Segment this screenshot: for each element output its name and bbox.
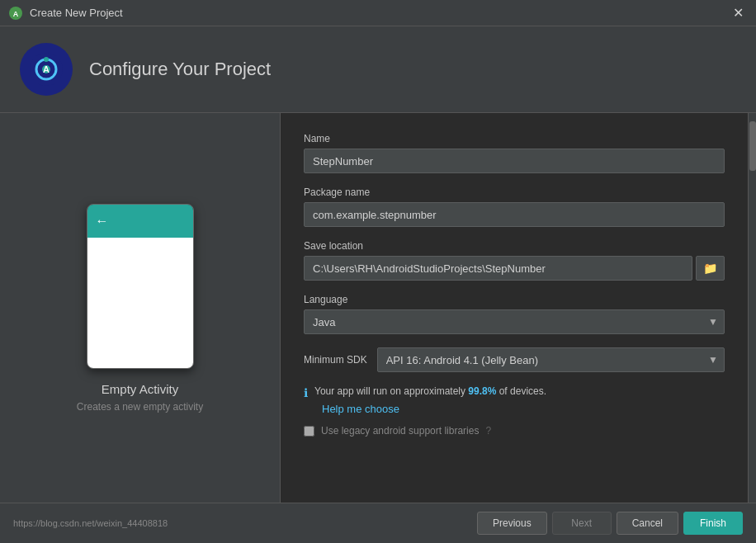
info-prefix: Your app will run on approximately (314, 385, 468, 397)
package-input[interactable] (304, 202, 725, 227)
left-panel: ← Empty Activity Creates a new empty act… (0, 113, 281, 503)
sdk-row: Minimum SDK API 16: Android 4.1 (Jelly B… (304, 347, 725, 372)
folder-icon: 📁 (703, 262, 717, 275)
title-bar-text: Create New Project (30, 7, 123, 19)
finish-button[interactable]: Finish (683, 512, 743, 535)
language-label: Language (304, 294, 725, 305)
language-select[interactable]: Java Kotlin (304, 309, 725, 334)
help-me-choose-link[interactable]: Help me choose (322, 403, 399, 415)
browse-folder-button[interactable]: 📁 (696, 256, 725, 281)
svg-text:A: A (43, 64, 50, 74)
dialog-body: ← Empty Activity Creates a new empty act… (0, 113, 756, 503)
dialog-header: A Configure Your Project (0, 26, 756, 113)
svg-text:A: A (13, 10, 19, 18)
phone-top-bar: ← (87, 205, 193, 238)
info-suffix: of devices. (496, 385, 546, 397)
language-group: Language Java Kotlin ▼ (304, 294, 725, 334)
info-icon: ℹ (304, 386, 308, 399)
cancel-button[interactable]: Cancel (617, 512, 678, 535)
dialog-content: A Configure Your Project ← Empty Activit… (0, 26, 756, 543)
phone-screen (87, 238, 193, 369)
dialog-footer: https://blog.csdn.net/weixin_44408818 Pr… (0, 503, 756, 543)
package-group: Package name (304, 187, 725, 227)
legacy-support-checkbox[interactable] (304, 426, 314, 437)
info-percentage: 99.8% (468, 385, 496, 397)
svg-point-5 (44, 57, 49, 62)
location-label: Save location (304, 240, 725, 252)
sdk-select-wrapper: API 16: Android 4.1 (Jelly Bean) API 21:… (377, 347, 725, 372)
title-bar: A Create New Project ✕ (0, 0, 756, 26)
name-input[interactable] (304, 149, 725, 173)
previous-button[interactable]: Previous (477, 512, 547, 535)
android-studio-icon: A (8, 6, 23, 21)
phone-preview: ← (87, 204, 194, 369)
sdk-info-text: Your app will run on approximately 99.8%… (314, 385, 546, 397)
location-input[interactable] (304, 256, 692, 281)
legacy-support-row: Use legacy android support libraries ? (304, 425, 725, 437)
close-button[interactable]: ✕ (728, 3, 748, 23)
package-label: Package name (304, 187, 725, 198)
activity-description: Creates a new empty activity (77, 401, 203, 413)
next-button[interactable]: Next (552, 512, 612, 535)
scroll-track[interactable] (748, 113, 756, 503)
footer-url: https://blog.csdn.net/weixin_44408818 (13, 518, 168, 528)
footer-buttons: Previous Next Cancel Finish (477, 512, 743, 535)
legacy-support-label: Use legacy android support libraries (321, 425, 479, 437)
android-studio-logo: A (20, 43, 73, 96)
dialog-title: Configure Your Project (89, 59, 271, 80)
right-panel: Name Package name Save location 📁 (281, 113, 748, 503)
scroll-thumb[interactable] (749, 121, 756, 171)
back-arrow-icon: ← (96, 214, 109, 229)
activity-name: Empty Activity (102, 382, 178, 396)
title-bar-left: A Create New Project (8, 6, 123, 21)
sdk-label: Minimum SDK (304, 354, 367, 366)
language-select-wrapper: Java Kotlin ▼ (304, 309, 725, 334)
sdk-info-row: ℹ Your app will run on approximately 99.… (304, 385, 725, 399)
checkbox-help-icon[interactable]: ? (485, 425, 491, 437)
location-group: Save location 📁 (304, 240, 725, 281)
location-input-group: 📁 (304, 256, 725, 281)
sdk-select[interactable]: API 16: Android 4.1 (Jelly Bean) API 21:… (377, 347, 725, 372)
name-label: Name (304, 133, 725, 144)
name-group: Name (304, 133, 725, 173)
